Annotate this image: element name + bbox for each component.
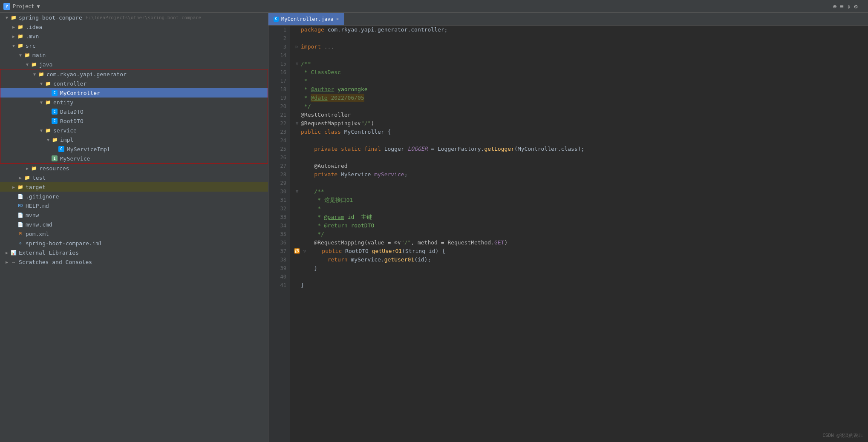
code-line-24	[293, 136, 868, 145]
at-sym: ⊙∨	[354, 119, 361, 128]
kw-class: class	[324, 128, 341, 136]
javadoc-date-tag: @date	[311, 94, 327, 102]
line-num-33: 33	[268, 213, 286, 221]
javadoc-classdesc: * ClassDesc	[301, 68, 341, 77]
tree-label-resources: resources	[39, 165, 69, 172]
tree-root-project[interactable]: ▼ 📁 spring-boot-compare E:\IdeaProjects\…	[0, 13, 268, 22]
class-icon-datadto: C	[52, 109, 58, 115]
code-line-34: * @return rootDTO	[293, 221, 868, 230]
kw-package: package	[301, 26, 324, 34]
tree-arrow-scratch: ▶	[3, 260, 10, 264]
javadoc2-param-star: *	[301, 213, 324, 221]
tree-item-myserviceimpl[interactable]: ▶ C MyServiceImpl	[0, 144, 268, 154]
file-icon-gitignore: 📄	[17, 193, 24, 200]
tree-item-gitignore[interactable]: ▶ 📄 .gitignore	[0, 192, 268, 201]
project-path: E:\IdeaProjects\other\spring-boot-compar…	[86, 15, 202, 20]
code-line-15: ▽ /**	[293, 60, 868, 68]
tree-item-com[interactable]: ▼ 📁 com.rkyao.yapi.generator	[0, 69, 268, 79]
tree-arrow-root: ▼	[3, 15, 10, 20]
tree-arrow-mvnw: ▶	[10, 213, 17, 218]
code-line-30: ▽ /**	[293, 187, 868, 196]
code-line-35: */	[293, 230, 868, 238]
tree-item-target[interactable]: ▶ 📁 target	[0, 182, 268, 192]
gutter-37: 🔁	[293, 247, 301, 255]
line-num-17: 17	[268, 77, 286, 85]
icon-add-module[interactable]: ⊕	[833, 3, 836, 10]
line-num-36: 36	[268, 238, 286, 247]
tree-arrow-resources: ▶	[24, 166, 31, 171]
tree-item-java[interactable]: ▼ 📁 java	[0, 60, 268, 69]
icon-sort[interactable]: ⇕	[847, 3, 851, 10]
kw-return: return	[328, 255, 348, 264]
tree-arrow-rootdto: ▶	[45, 119, 52, 123]
tree-item-mvn[interactable]: ▶ 📁 .mvn	[0, 32, 268, 41]
pkg-name: com.rkyao.yapi.generator.controller	[328, 26, 444, 34]
tree-item-idea[interactable]: ▶ 📁 .idea	[0, 22, 268, 32]
tree-label-scratch: Scratches and Consoles	[19, 259, 92, 265]
tree-item-mvnw[interactable]: ▶ 📄 mvnw	[0, 210, 268, 220]
line-num-3: 3	[268, 43, 286, 51]
tab-close-button[interactable]: ×	[336, 16, 339, 22]
folder-icon-controller: 📁	[45, 80, 52, 87]
tree-item-iml[interactable]: ▶ ⚙ spring-boot-compare.iml	[0, 238, 268, 248]
tree-item-src[interactable]: ▼ 📁 src	[0, 41, 268, 50]
tree-item-help[interactable]: ▶ MD HELP.md	[0, 201, 268, 210]
tree-label-myservice: MyService	[60, 155, 90, 162]
code-line-31: * 这是接口01	[293, 196, 868, 204]
tree-item-main[interactable]: ▼ 📁 main	[0, 50, 268, 60]
tree-item-pom[interactable]: ▶ M pom.xml	[0, 229, 268, 238]
tree-item-mvnwcmd[interactable]: ▶ 📄 mvnw.cmd	[0, 220, 268, 229]
line-num-22: 22	[268, 119, 286, 128]
tree-item-entity[interactable]: ▼ 📁 entity	[0, 98, 268, 107]
tree-arrow-myserviceimpl: ▶	[52, 147, 58, 152]
code-content[interactable]: package com.rkyao.yapi.generator.control…	[290, 26, 868, 442]
tree-label-mvnw: mvnw	[26, 212, 39, 218]
class-mycontroller: MyController	[344, 128, 384, 136]
code-line-41: }	[293, 281, 868, 290]
at-sym2: ⊙∨	[394, 238, 401, 247]
tree-item-extlibs[interactable]: ▶ 📊 External Libraries	[0, 248, 268, 257]
icon-list-view[interactable]: ≡	[840, 3, 843, 10]
tab-label: MyController.java	[281, 16, 334, 22]
editor-tab-mycontroller[interactable]: C MyController.java ×	[268, 13, 344, 25]
tree-item-service[interactable]: ▼ 📁 service	[0, 126, 268, 135]
title-bar-controls: ⊕ ≡ ⇕ ⚙ —	[833, 3, 865, 10]
tree-item-test[interactable]: ▶ 📁 test	[0, 173, 268, 182]
file-icon-iml: ⚙	[17, 240, 24, 247]
tree-item-datadto[interactable]: ▶ C DataDTO	[0, 107, 268, 116]
javadoc-date-star: *	[301, 94, 311, 102]
line-num-25: 25	[268, 145, 286, 153]
tree-item-impl[interactable]: ▼ 📁 impl	[0, 135, 268, 144]
str-slash2: "/"	[401, 238, 411, 247]
interface-icon-myservice: I	[52, 155, 58, 161]
tree-item-mycontroller[interactable]: ▶ C MyController	[0, 88, 268, 98]
tree-label-entity: entity	[53, 99, 73, 106]
javadoc-author-star: *	[301, 85, 311, 94]
gutter-22: ▽	[293, 119, 301, 128]
tree-item-rootdto[interactable]: ▶ C RootDTO	[0, 116, 268, 126]
code-line-27: @Autowired	[293, 162, 868, 170]
kw-public2: public	[322, 247, 342, 255]
tree-label-test: test	[32, 175, 46, 181]
icon-settings[interactable]: ⚙	[854, 3, 857, 10]
tree-label-idea: .idea	[26, 24, 42, 30]
line-num-37: 37	[268, 247, 286, 255]
javadoc2-star: *	[301, 204, 321, 213]
tree-item-controller[interactable]: ▼ 📁 controller	[0, 79, 268, 88]
title-bar-dropdown-arrow[interactable]: ▼	[37, 3, 40, 9]
gutter-15: ▽	[293, 60, 301, 68]
tree-label-mvn: .mvn	[26, 33, 39, 40]
tree-item-myservice[interactable]: ▶ I MyService	[0, 154, 268, 163]
icon-scratch: ✏️	[10, 258, 17, 265]
code-line-33: * @param id 主键	[293, 213, 868, 221]
icon-minimize[interactable]: —	[861, 3, 865, 10]
code-line-28: private MyService myService ;	[293, 170, 868, 179]
tree-arrow-impl: ▼	[45, 138, 52, 142]
line-num-28: 28	[268, 170, 286, 179]
tree-item-resources[interactable]: ▶ 📁 resources	[0, 164, 268, 173]
tree-item-scratch[interactable]: ▶ ✏️ Scratches and Consoles	[0, 257, 268, 267]
code-line-3: ▷ import ...	[293, 43, 868, 51]
tree-label-src: src	[26, 43, 35, 49]
kw-public: public	[301, 128, 321, 136]
tree-arrow-target: ▶	[10, 185, 17, 189]
